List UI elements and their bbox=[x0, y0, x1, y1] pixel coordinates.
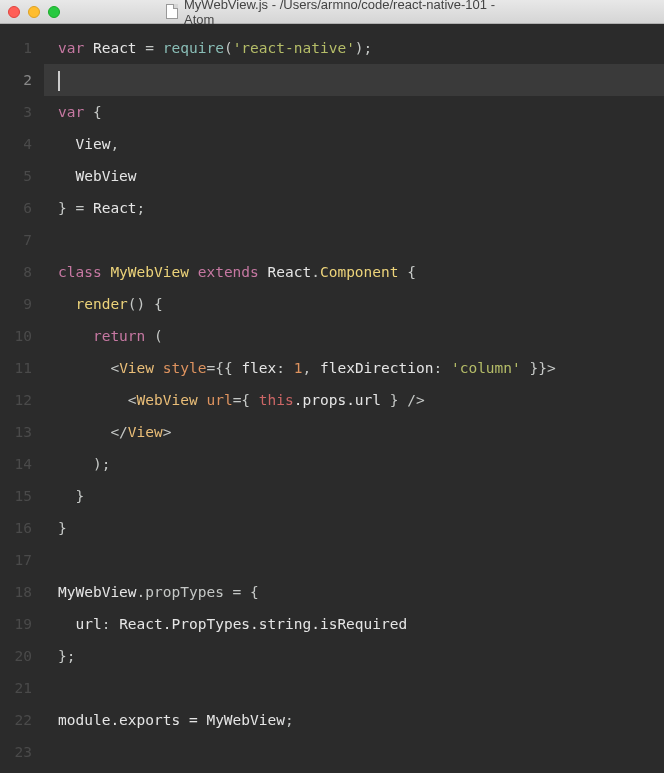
window-controls bbox=[8, 6, 60, 18]
line-number[interactable]: 20 bbox=[0, 640, 44, 672]
line-number[interactable]: 11 bbox=[0, 352, 44, 384]
code-line[interactable]: <WebView url={ this.props.url } /> bbox=[58, 384, 664, 416]
code-line[interactable]: } bbox=[58, 480, 664, 512]
line-number[interactable]: 8 bbox=[0, 256, 44, 288]
minimize-button[interactable] bbox=[28, 6, 40, 18]
code-line[interactable] bbox=[58, 736, 664, 768]
line-number[interactable]: 3 bbox=[0, 96, 44, 128]
line-number[interactable]: 4 bbox=[0, 128, 44, 160]
code-line[interactable]: } = React; bbox=[58, 192, 664, 224]
line-number[interactable]: 5 bbox=[0, 160, 44, 192]
line-number[interactable]: 12 bbox=[0, 384, 44, 416]
code-line[interactable] bbox=[44, 64, 664, 96]
code-line[interactable]: } bbox=[58, 512, 664, 544]
code-line[interactable]: }; bbox=[58, 640, 664, 672]
line-number[interactable]: 2 bbox=[0, 64, 44, 96]
code-line[interactable] bbox=[58, 544, 664, 576]
editor[interactable]: 1 2 3 4 5 6 7 8 9 10 11 12 13 14 15 16 1… bbox=[0, 24, 664, 773]
titlebar: MyWebView.js - /Users/armno/code/react-n… bbox=[0, 0, 664, 24]
line-number[interactable]: 6 bbox=[0, 192, 44, 224]
code-line[interactable]: MyWebView.propTypes = { bbox=[58, 576, 664, 608]
line-number[interactable]: 9 bbox=[0, 288, 44, 320]
maximize-button[interactable] bbox=[48, 6, 60, 18]
code-line[interactable]: View, bbox=[58, 128, 664, 160]
line-number[interactable]: 14 bbox=[0, 448, 44, 480]
file-icon bbox=[166, 4, 178, 19]
line-number[interactable]: 19 bbox=[0, 608, 44, 640]
code-line[interactable]: module.exports = MyWebView; bbox=[58, 704, 664, 736]
line-number[interactable]: 18 bbox=[0, 576, 44, 608]
code-line[interactable]: class MyWebView extends React.Component … bbox=[58, 256, 664, 288]
line-number[interactable]: 17 bbox=[0, 544, 44, 576]
line-number[interactable]: 21 bbox=[0, 672, 44, 704]
code-area[interactable]: var React = require('react-native'); var… bbox=[44, 24, 664, 773]
code-line[interactable]: return ( bbox=[58, 320, 664, 352]
title-filename: MyWebView.js bbox=[184, 0, 268, 12]
cursor-icon bbox=[58, 71, 60, 91]
code-line[interactable] bbox=[58, 224, 664, 256]
window-title: MyWebView.js - /Users/armno/code/react-n… bbox=[166, 0, 498, 27]
line-number[interactable]: 16 bbox=[0, 512, 44, 544]
line-number[interactable]: 22 bbox=[0, 704, 44, 736]
code-line[interactable]: var { bbox=[58, 96, 664, 128]
line-number[interactable]: 1 bbox=[0, 32, 44, 64]
line-number[interactable]: 13 bbox=[0, 416, 44, 448]
code-line[interactable]: render() { bbox=[58, 288, 664, 320]
code-line[interactable] bbox=[58, 672, 664, 704]
line-number[interactable]: 7 bbox=[0, 224, 44, 256]
code-line[interactable]: var React = require('react-native'); bbox=[58, 32, 664, 64]
code-line[interactable]: </View> bbox=[58, 416, 664, 448]
code-line[interactable]: WebView bbox=[58, 160, 664, 192]
line-number[interactable]: 23 bbox=[0, 736, 44, 768]
gutter: 1 2 3 4 5 6 7 8 9 10 11 12 13 14 15 16 1… bbox=[0, 24, 44, 773]
title-path: /Users/armno/code/react-native-101 bbox=[280, 0, 487, 12]
line-number[interactable]: 15 bbox=[0, 480, 44, 512]
code-line[interactable]: url: React.PropTypes.string.isRequired bbox=[58, 608, 664, 640]
close-button[interactable] bbox=[8, 6, 20, 18]
code-line[interactable]: ); bbox=[58, 448, 664, 480]
line-number[interactable]: 10 bbox=[0, 320, 44, 352]
code-line[interactable]: <View style={{ flex: 1, flexDirection: '… bbox=[58, 352, 664, 384]
